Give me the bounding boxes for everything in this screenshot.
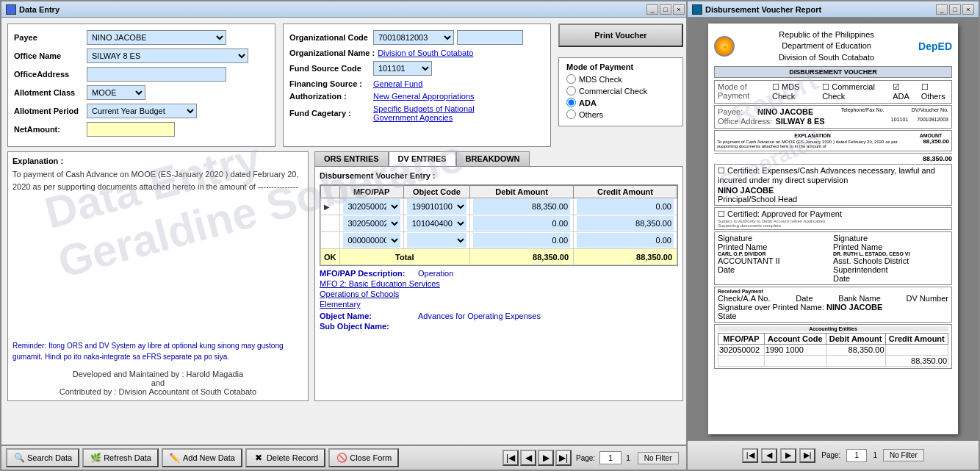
acc-col-debit: Debit Amount	[826, 334, 885, 345]
tab-dv-entries[interactable]: DV ENTRIES	[389, 151, 456, 166]
org-name-link[interactable]: Division of South Cotabato	[378, 48, 473, 57]
object-cell[interactable]: 1990101000	[403, 198, 469, 215]
commercial-check-radio[interactable]	[566, 86, 576, 96]
debit-cell[interactable]	[470, 232, 574, 249]
object-cell[interactable]	[403, 232, 469, 249]
no-filter-button[interactable]: No Filter	[638, 452, 679, 464]
org-code-select[interactable]: 70010812003	[373, 30, 454, 45]
office-name-select[interactable]: SILWAY 8 ES	[87, 48, 248, 63]
allotment-period-select[interactable]: Current Year Budget	[87, 104, 197, 118]
debit-input-2[interactable]	[473, 216, 570, 231]
financing-source-link[interactable]: General Fund	[373, 79, 422, 88]
fund-category-link[interactable]: Specific Budgets of NationalGovernment A…	[373, 104, 475, 122]
nav-bar: |◀ ◀ ▶ ▶| Page: 1 No Filter	[498, 445, 689, 470]
office-address-input[interactable]: SILWAY 8 ES	[87, 67, 226, 82]
mfo-cell[interactable]: 302050002	[339, 215, 403, 232]
mfo-cell[interactable]: 000000000	[339, 232, 403, 249]
credit-input-3[interactable]	[577, 233, 674, 248]
report-prev-button[interactable]: ◀	[761, 448, 777, 463]
next-page-button[interactable]: ▶	[538, 450, 554, 466]
object-select-2[interactable]: 1010404000	[407, 216, 466, 231]
payee-label: Payee	[14, 33, 84, 42]
net-amount-input[interactable]: 88,350.00	[87, 122, 175, 137]
report-maximize-button[interactable]: □	[949, 4, 961, 15]
dv-table-scroll[interactable]: MFO/PAP Object Code Debit Amount Credit …	[320, 185, 677, 265]
acc-mfo-2	[718, 356, 765, 367]
sub-object-name-label: Sub Object Name:	[320, 322, 415, 331]
report-close-button[interactable]: ×	[962, 4, 974, 15]
tab-breakdown[interactable]: BREAKDOWN	[456, 151, 530, 166]
allotment-period-label: Allotment Period	[14, 107, 84, 115]
ada-label: ADA	[579, 98, 597, 107]
minimize-button[interactable]: _	[646, 4, 658, 15]
close-form-button[interactable]: 🚫 Close Form	[328, 448, 399, 467]
delete-record-button[interactable]: ✖ Delete Record	[245, 448, 325, 467]
debit-input-1[interactable]	[473, 199, 570, 214]
object-select-3[interactable]	[407, 233, 466, 248]
mfo-select-3[interactable]: 000000000	[343, 233, 400, 248]
credit-input-2[interactable]	[577, 216, 674, 231]
mfo-select-2[interactable]: 302050002	[343, 216, 400, 231]
signatures-section: Signature Printed Name CARL O.P. DIVIDOR…	[714, 231, 952, 285]
accounting-entities-section: Accounting Entities MFO/PAP Account Code…	[714, 324, 952, 369]
search-data-label: Search Data	[27, 453, 72, 462]
report-no-filter-button[interactable]: No Filter	[883, 449, 924, 461]
data-entry-title: Data Entry	[19, 5, 60, 14]
report-minimize-button[interactable]: _	[936, 4, 948, 15]
report-page-input[interactable]	[846, 449, 867, 462]
credit-cell[interactable]	[574, 215, 677, 232]
mds-check-report: ☐ MDS Check	[772, 82, 815, 101]
credit-cell[interactable]	[574, 198, 677, 215]
fund-source-select[interactable]: 101101	[373, 61, 432, 76]
search-data-button[interactable]: 🔍 Search Data	[6, 448, 79, 467]
last-page-button[interactable]: ▶|	[555, 450, 572, 466]
refresh-data-button[interactable]: 🌿 Refresh Data	[82, 448, 159, 467]
allotment-class-select[interactable]: MOOE	[87, 85, 145, 100]
mfo4-link[interactable]: Elementary	[320, 300, 361, 309]
others-radio[interactable]	[566, 109, 576, 119]
debit-input-3[interactable]	[473, 233, 570, 248]
close-button[interactable]: ×	[673, 4, 685, 15]
mfo2-link[interactable]: MFO 2: Basic Education Services	[320, 279, 440, 288]
maximize-button[interactable]: □	[660, 4, 671, 15]
agency-text: Republic of the Philippines Department o…	[779, 29, 874, 63]
debit-cell[interactable]	[470, 215, 574, 232]
ada-radio[interactable]	[566, 98, 576, 107]
report-of-label: 1	[873, 451, 877, 459]
add-new-data-button[interactable]: ✏️ Add New Data	[162, 448, 242, 467]
first-page-button[interactable]: |◀	[502, 450, 519, 466]
mfo-cell[interactable]: 302050002	[339, 198, 403, 215]
tab-ors-entries[interactable]: ORS ENTRIES	[314, 151, 389, 166]
mfo3-link[interactable]: Operations of Schools	[320, 290, 399, 298]
ok-cell: OK	[321, 249, 340, 265]
report-page-label: Page:	[821, 451, 840, 459]
subject-authority-text: Subject to Authority to Debit Account (w…	[718, 219, 948, 228]
principal-title: Principal/School Head	[718, 195, 948, 204]
state-label: State	[718, 312, 948, 320]
object-select-1[interactable]: 1990101000	[407, 199, 466, 214]
explanation-report-box: EXPLANATION To payment of Cash Advance o…	[714, 130, 952, 151]
mfo-select-1[interactable]: 302050002	[343, 199, 400, 214]
authorization-link[interactable]: New General Appropriations	[373, 92, 475, 101]
search-icon: 🔍	[13, 452, 25, 464]
total-credit-cell: 88,350.00	[574, 249, 677, 265]
credit-cell[interactable]	[574, 232, 677, 249]
page-input[interactable]	[599, 451, 621, 464]
org-code2-input[interactable]: 126306000	[457, 30, 523, 45]
report-next-button[interactable]: ▶	[780, 448, 796, 463]
mds-check-radio[interactable]	[566, 74, 576, 84]
credit-input-1[interactable]	[577, 199, 674, 214]
deped-logo: DepED	[918, 40, 952, 52]
acc-debit-1: 88,350.00	[826, 345, 885, 356]
print-voucher-button[interactable]: Print Voucher	[558, 24, 683, 47]
office-addr-report-label: Office Address:	[718, 117, 772, 126]
report-first-button[interactable]: |◀	[742, 448, 758, 463]
amount-report-col: AMOUNT 88,350.00	[912, 133, 949, 148]
prev-page-button[interactable]: ◀	[520, 450, 536, 466]
debit-cell[interactable]	[470, 198, 574, 215]
object-cell[interactable]: 1010404000	[403, 215, 469, 232]
acc-code-2	[764, 356, 826, 367]
report-last-button[interactable]: ▶|	[799, 448, 815, 463]
payee-select[interactable]: NINO JACOBE	[87, 30, 226, 45]
report-header: 🌞 Republic of the Philippines Department…	[714, 29, 952, 63]
